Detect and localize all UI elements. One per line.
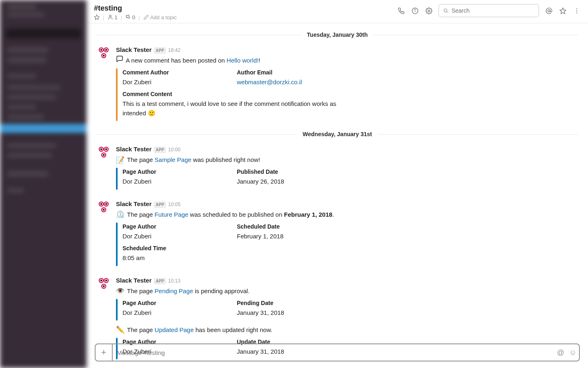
- more-icon[interactable]: [572, 7, 581, 15]
- email-link[interactable]: webmaster@dorzki.co.il: [237, 79, 302, 85]
- svg-point-10: [576, 8, 577, 9]
- app-badge: APP: [154, 202, 166, 208]
- pencil-icon: ✏️: [116, 325, 125, 335]
- message-author[interactable]: Slack Tester: [116, 276, 151, 285]
- webhook-icon: [96, 45, 111, 60]
- link[interactable]: Updated Page: [155, 326, 194, 333]
- svg-point-18: [103, 54, 105, 56]
- svg-point-6: [444, 9, 447, 12]
- svg-point-11: [576, 10, 577, 11]
- call-icon[interactable]: [397, 7, 405, 15]
- svg-point-16: [100, 49, 102, 51]
- gear-icon[interactable]: [425, 7, 433, 15]
- message-input[interactable]: [113, 349, 555, 356]
- timer-icon: ⏲️: [116, 209, 125, 220]
- pin-count-value: 0: [132, 14, 135, 20]
- svg-line-7: [447, 11, 448, 12]
- add-topic-label: Add a topic: [150, 14, 177, 20]
- svg-point-36: [103, 285, 105, 287]
- svg-point-8: [548, 9, 550, 12]
- memo-icon: 📝: [116, 155, 125, 166]
- app-badge: APP: [154, 147, 166, 153]
- member-count[interactable]: 1: [107, 14, 117, 20]
- message-time: 18:42: [168, 47, 180, 54]
- date-divider: Wednesday, January 31st: [96, 131, 578, 137]
- svg-point-1: [109, 15, 111, 17]
- add-attachment-button[interactable]: +: [96, 344, 113, 361]
- message: Slack Tester APP 18:42 A new comment has…: [96, 45, 578, 126]
- channel-header: #testing | 1 | 0 |: [87, 0, 588, 23]
- sidebar: [0, 0, 87, 368]
- info-icon[interactable]: [411, 7, 419, 15]
- message-author[interactable]: Slack Tester: [116, 145, 151, 154]
- message-list[interactable]: Tuesday, January 30th Slack Tester: [87, 23, 588, 368]
- eye-icon: 👁️: [116, 286, 125, 296]
- svg-point-24: [103, 154, 105, 156]
- app-badge: APP: [154, 47, 166, 54]
- message-time: 10:05: [168, 201, 180, 208]
- message-author[interactable]: Slack Tester: [116, 45, 151, 55]
- svg-marker-9: [560, 8, 566, 13]
- date-divider: Tuesday, January 30th: [96, 31, 578, 38]
- link[interactable]: Future Page: [155, 211, 189, 218]
- app-badge: APP: [154, 278, 166, 284]
- channel-name[interactable]: #testing: [94, 4, 177, 13]
- message-time: 10:00: [168, 146, 180, 153]
- svg-point-29: [105, 203, 107, 205]
- link[interactable]: Hello world!: [227, 57, 258, 64]
- svg-point-35: [105, 279, 107, 281]
- mentions-icon[interactable]: [545, 7, 553, 15]
- emoji-button[interactable]: ☺: [567, 348, 579, 357]
- message-composer: + @ ☺: [95, 343, 580, 361]
- svg-point-22: [100, 148, 102, 150]
- link[interactable]: Sample Page: [155, 156, 192, 163]
- svg-point-23: [105, 148, 107, 150]
- search-input[interactable]: [452, 7, 535, 14]
- message: Slack Tester APP 10:00 📝 The page Sample…: [96, 145, 578, 194]
- avatar[interactable]: [96, 45, 111, 60]
- link[interactable]: Pending Page: [155, 287, 193, 294]
- svg-point-4: [414, 9, 415, 9]
- svg-marker-0: [94, 15, 99, 20]
- message-author[interactable]: Slack Tester: [116, 200, 151, 209]
- svg-point-30: [103, 209, 105, 211]
- search-icon: [443, 8, 448, 13]
- svg-point-12: [576, 12, 577, 13]
- svg-point-28: [100, 203, 102, 205]
- star-header-icon[interactable]: [559, 7, 567, 15]
- svg-point-34: [100, 279, 102, 281]
- message-time: 10:13: [168, 277, 180, 285]
- channel-meta: | 1 | 0 | Add a topic: [94, 14, 177, 20]
- search-box[interactable]: [439, 4, 539, 17]
- member-count-value: 1: [114, 14, 117, 20]
- pin-count[interactable]: 0: [125, 14, 135, 20]
- mention-button[interactable]: @: [555, 348, 567, 357]
- main: #testing | 1 | 0 |: [87, 0, 588, 368]
- svg-point-17: [105, 49, 107, 51]
- comment-icon: [116, 55, 123, 66]
- add-topic[interactable]: Add a topic: [143, 14, 177, 20]
- avatar[interactable]: [96, 145, 111, 159]
- svg-point-5: [428, 10, 430, 11]
- avatar[interactable]: [96, 200, 111, 214]
- message: Slack Tester APP 10:05 ⏲️ The page Futur…: [96, 200, 578, 270]
- avatar[interactable]: [96, 276, 111, 291]
- star-icon[interactable]: [94, 14, 100, 20]
